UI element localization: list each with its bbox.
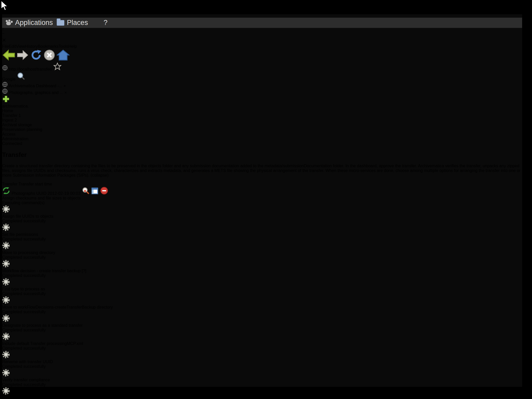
- nav-item-label: Preservation planning: [2, 127, 42, 132]
- microservice-row: Assign file UUIDs to objects Completed s…: [2, 214, 522, 232]
- microservice-row: Move to processing directory Completed s…: [2, 250, 522, 269]
- gear-icon[interactable]: [2, 318, 10, 323]
- menu-item-tools[interactable]: Tools: [59, 44, 68, 49]
- tab-bar: Archivematica Dashboard -... × Photograp…: [2, 82, 522, 104]
- gear-icon[interactable]: [2, 282, 10, 287]
- gear-icon[interactable]: [2, 391, 10, 396]
- gear-icon[interactable]: [2, 337, 10, 341]
- menu-item-file[interactable]: File: [2, 44, 9, 49]
- home-button[interactable]: [57, 49, 70, 61]
- microservice-status: Completed successfully: [2, 328, 522, 332]
- nav-item-label: Archival storage: [2, 123, 32, 127]
- gear-icon[interactable]: [2, 264, 10, 268]
- back-button[interactable]: [2, 49, 16, 61]
- nav-item-transfer[interactable]: Transfer 1: [2, 113, 522, 118]
- bookmark-star-icon[interactable]: [53, 62, 62, 71]
- tab-photographs[interactable]: Photographs, graphics and ... ×: [2, 88, 522, 95]
- gear-icon[interactable]: [2, 228, 10, 232]
- table-header: Transfer Transfer start time: [2, 182, 522, 187]
- microservice-name: Include default Transfer processingMCP.x…: [2, 341, 522, 346]
- help-launcher-icon[interactable]: ?: [104, 19, 108, 27]
- gear-icon[interactable]: [2, 373, 10, 377]
- browser-content: archivematica. Home Transfer 1 Ingest 2 …: [2, 104, 522, 399]
- microservice-name: Verify transfer compliance: [2, 378, 522, 382]
- menu-item-edit[interactable]: Edit: [9, 44, 16, 49]
- search-input[interactable]: Google: [2, 77, 16, 81]
- app-navbar: archivematica. Home Transfer 1 Ingest 2 …: [2, 104, 522, 146]
- stop-button[interactable]: [43, 49, 55, 61]
- collapse-link[interactable]: (collapse): [91, 173, 109, 177]
- applications-menu-label: Applications: [15, 19, 53, 27]
- search-bar[interactable]: Google: [2, 72, 522, 82]
- help-link[interactable]: [?]: [82, 269, 87, 273]
- microservice-row: Workflow decision - create transfer back…: [2, 269, 522, 287]
- nav-item-ingest[interactable]: Ingest 2: [2, 118, 522, 123]
- close-button[interactable]: ×: [2, 36, 522, 44]
- tab-archivematica-dashboard[interactable]: Archivematica Dashboard -... ×: [2, 82, 522, 88]
- nav-item-label: Access: [2, 132, 16, 136]
- nav-item-archival-storage[interactable]: Archival storage: [2, 123, 522, 127]
- report-icon[interactable]: [91, 187, 99, 195]
- gear-icon[interactable]: [2, 355, 10, 359]
- gear-icon[interactable]: [2, 300, 10, 305]
- uuid-button[interactable]: UUID: [36, 191, 46, 196]
- microservice-name: Rename with transfer UUID: [2, 360, 522, 364]
- microservice-name: Set file permissions: [2, 232, 522, 237]
- url-text[interactable]: http://localhost/transfer/: [9, 67, 52, 71]
- gnome-foot-icon: [6, 20, 12, 26]
- connection-status: Connected: [2, 141, 522, 146]
- tab-label: Archivematica Dashboard -...: [9, 84, 62, 88]
- review-magnifier-icon[interactable]: [82, 187, 90, 195]
- page-body: Transfer Create a structured transfer di…: [2, 151, 522, 399]
- nav-item-label: Administration: [2, 137, 28, 141]
- transfer-start-time: 2012-02-19 00:03: [48, 191, 80, 196]
- tab-close-icon[interactable]: ×: [63, 84, 66, 88]
- microservice-status: Completed successfully: [2, 310, 522, 314]
- mouse-cursor: [0, 0, 10, 11]
- tab-favicon: [2, 88, 8, 94]
- navigation-toolbar: http://localhost/transfer/ Google: [2, 49, 522, 82]
- microservice-status: Completed successfully: [2, 219, 522, 223]
- new-tab-button[interactable]: [2, 99, 10, 104]
- forward-button[interactable]: [17, 49, 29, 61]
- microservice-name: Set transfer type: Standard: [2, 396, 522, 399]
- menu-item-view[interactable]: View: [16, 44, 25, 49]
- reload-button[interactable]: [30, 49, 42, 61]
- menu-item-help[interactable]: Help: [68, 44, 77, 49]
- nav-item-administration[interactable]: Administration: [2, 137, 522, 141]
- microservice-status: Completed successfully: [2, 273, 522, 278]
- microservice-row: Find type to process as Completed succes…: [2, 287, 522, 305]
- microservice-status: Completed successfully: [2, 237, 522, 242]
- search-go-icon[interactable]: [17, 72, 25, 81]
- microservice-status: Completed successfully: [2, 291, 522, 296]
- microservice-name: Move to workFlowDecisions-createTransfer…: [2, 305, 522, 310]
- gear-icon[interactable]: [2, 209, 10, 214]
- connection-status-label: Connected: [2, 141, 22, 146]
- minimize-button[interactable]: −: [2, 31, 522, 36]
- nav-item-home[interactable]: Home: [2, 109, 522, 113]
- applications-menu[interactable]: Applications: [6, 19, 53, 27]
- nav-item-label: Ingest: [2, 118, 14, 122]
- microservice-name: Assign file UUIDs to objects: [2, 214, 522, 219]
- site-favicon: [2, 67, 9, 71]
- gear-icon[interactable]: [2, 246, 10, 250]
- gnome-top-panel: Applications Places ?: [2, 18, 522, 28]
- url-bar[interactable]: http://localhost/transfer/: [2, 62, 522, 72]
- menu-item-history[interactable]: History: [25, 44, 38, 49]
- remove-icon[interactable]: [100, 187, 108, 195]
- nav-item-label: Transfer: [2, 113, 17, 118]
- microservice-row: Designate to process as a standard trans…: [2, 323, 522, 341]
- places-menu-label: Places: [67, 19, 88, 27]
- firefox-launcher-icon[interactable]: [92, 19, 100, 27]
- places-menu[interactable]: Places: [57, 19, 88, 27]
- nav-item-access[interactable]: Access: [2, 132, 522, 137]
- logo-text: rchivematica.: [4, 104, 29, 108]
- nav-item-preservation-planning[interactable]: Preservation planning: [2, 127, 522, 132]
- menu-item-bookmarks[interactable]: Bookmarks: [38, 44, 59, 49]
- microservice-name: Designate to process as a standard trans…: [2, 323, 522, 328]
- desktop: Applications Places ? Archivematica Dash…: [2, 14, 522, 387]
- firefox-window: Archivematica Dashboard - Transfer - Moz…: [2, 14, 522, 399]
- microservice-name: Find type to process as: [2, 287, 522, 291]
- tab-close-icon[interactable]: ×: [64, 90, 67, 95]
- microservice-name: Assign checksums and file sizes to objec…: [2, 196, 522, 201]
